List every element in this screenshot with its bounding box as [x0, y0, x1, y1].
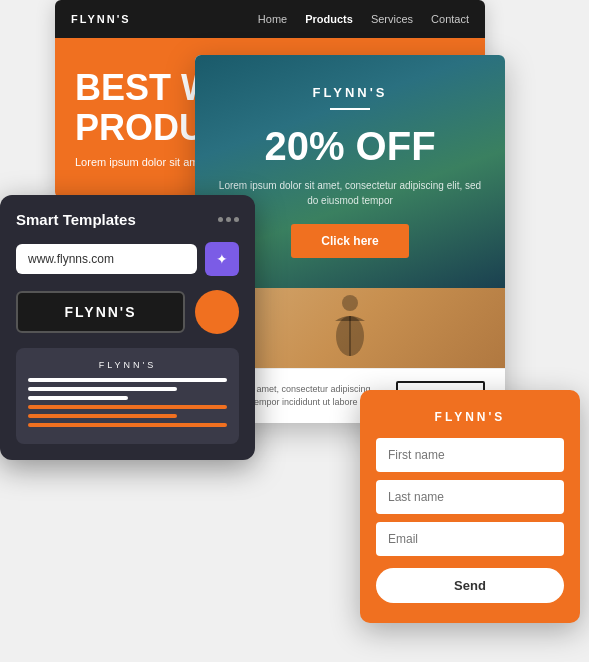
panel-menu-dots[interactable] — [218, 217, 239, 222]
color-swatch[interactable] — [195, 290, 239, 334]
template-preview-brand: FLYNN'S — [28, 360, 227, 370]
website-navbar: FLYNN'S Home Products Services Contact — [55, 0, 485, 38]
first-name-input[interactable] — [376, 438, 564, 472]
brand-name-text: FLYNN'S — [64, 304, 136, 320]
template-line-orange-1 — [28, 405, 227, 409]
panel-title: Smart Templates — [16, 211, 136, 228]
magic-wand-button[interactable]: ✦ — [205, 242, 239, 276]
template-line-1 — [28, 378, 227, 382]
url-input-row: ✦ — [16, 242, 239, 276]
person-icon — [320, 291, 380, 366]
dot-3 — [234, 217, 239, 222]
template-line-2 — [28, 387, 177, 391]
template-line-3 — [28, 396, 128, 400]
smart-templates-panel: Smart Templates ✦ FLYNN'S FLYNN'S — [0, 195, 255, 460]
last-name-input[interactable] — [376, 480, 564, 514]
template-line-orange-2 — [28, 414, 177, 418]
email-divider — [330, 108, 370, 110]
nav-contact[interactable]: Contact — [431, 13, 469, 25]
dot-2 — [226, 217, 231, 222]
email-input[interactable] — [376, 522, 564, 556]
brand-preview-row: FLYNN'S — [16, 290, 239, 334]
nav-services[interactable]: Services — [371, 13, 413, 25]
form-brand: FLYNN'S — [376, 410, 564, 424]
email-brand: FLYNN'S — [215, 85, 485, 100]
email-discount: 20% OFF — [215, 126, 485, 166]
dot-1 — [218, 217, 223, 222]
template-line-orange-3 — [28, 423, 227, 427]
send-button[interactable]: Send — [376, 568, 564, 603]
template-preview: FLYNN'S — [16, 348, 239, 444]
url-input[interactable] — [16, 244, 197, 274]
email-body: Lorem ipsum dolor sit amet, consectetur … — [215, 178, 485, 208]
nav-home[interactable]: Home — [258, 13, 287, 25]
form-card: FLYNN'S Send — [360, 390, 580, 623]
email-cta-button[interactable]: Click here — [291, 224, 408, 258]
nav-products[interactable]: Products — [305, 13, 353, 25]
svg-point-0 — [342, 295, 358, 311]
magic-wand-icon: ✦ — [216, 251, 228, 267]
panel-header: Smart Templates — [16, 211, 239, 228]
website-nav: Home Products Services Contact — [258, 13, 469, 25]
brand-name-box: FLYNN'S — [16, 291, 185, 333]
website-brand: FLYNN'S — [71, 13, 131, 25]
